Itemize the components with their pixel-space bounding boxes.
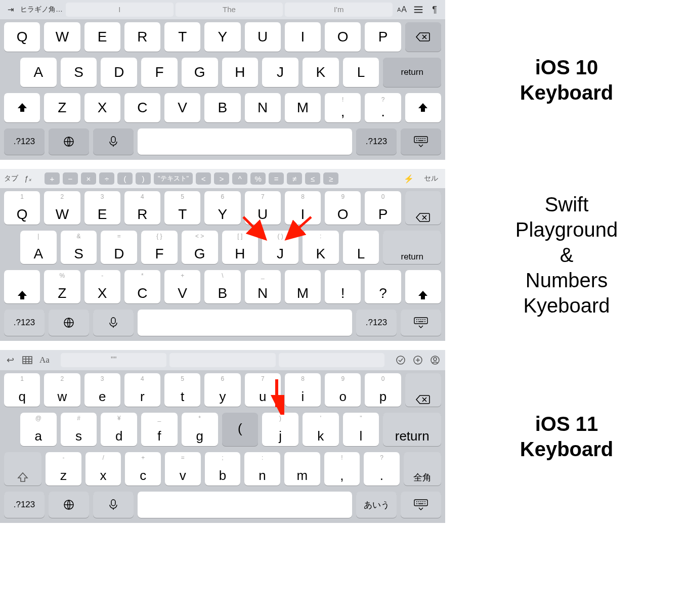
key-p[interactable]: 0p bbox=[365, 373, 401, 407]
key-comma[interactable]: !, bbox=[325, 93, 361, 122]
shift-key[interactable] bbox=[405, 270, 441, 303]
backspace-key[interactable] bbox=[405, 191, 441, 225]
key-period[interactable]: ?. bbox=[365, 93, 401, 122]
key-o[interactable]: 9o bbox=[325, 373, 361, 407]
cell-label[interactable]: セル bbox=[424, 174, 441, 183]
dismiss-keyboard-key[interactable] bbox=[401, 128, 441, 155]
key-v[interactable]: V bbox=[164, 93, 200, 122]
key-q[interactable]: 1q bbox=[4, 373, 40, 407]
key-s[interactable]: S bbox=[61, 58, 97, 87]
chip-lt[interactable]: < bbox=[196, 172, 211, 185]
key-m[interactable]: M bbox=[285, 93, 321, 122]
key-x[interactable]: X bbox=[84, 93, 120, 122]
key-f[interactable]: _f bbox=[141, 413, 178, 446]
key-l[interactable]: L bbox=[343, 58, 379, 87]
key-z[interactable]: Z bbox=[44, 93, 80, 122]
key-g[interactable]: *g bbox=[182, 413, 218, 446]
mic-key[interactable] bbox=[93, 310, 134, 336]
check-circle-icon[interactable] bbox=[395, 354, 407, 366]
mic-key[interactable] bbox=[93, 492, 134, 518]
return-key[interactable]: return bbox=[383, 231, 441, 264]
chip-gt[interactable]: > bbox=[214, 172, 229, 185]
fx-label[interactable]: ƒₓ bbox=[24, 174, 41, 183]
key-e[interactable]: 3e bbox=[84, 373, 120, 407]
key-a[interactable]: A bbox=[20, 58, 57, 87]
key-n[interactable]: _N bbox=[245, 270, 281, 303]
key-d[interactable]: D bbox=[101, 58, 137, 87]
shift-key[interactable] bbox=[405, 93, 441, 122]
chip-le[interactable]: ≤ bbox=[305, 172, 320, 185]
chip-rparen[interactable]: ) bbox=[136, 172, 151, 185]
chip-eq[interactable]: = bbox=[269, 172, 284, 185]
key-k[interactable]: K bbox=[303, 58, 339, 87]
space-key[interactable] bbox=[138, 310, 352, 336]
key-s[interactable]: &S bbox=[61, 231, 97, 264]
key-b[interactable]: ;b bbox=[205, 452, 241, 486]
align-icon[interactable] bbox=[412, 3, 425, 16]
key-g[interactable]: < >G bbox=[182, 231, 218, 264]
key-r[interactable]: R bbox=[124, 22, 160, 52]
key-l[interactable]: "l bbox=[343, 413, 379, 446]
key-n[interactable]: N bbox=[245, 93, 281, 122]
key-s[interactable]: #s bbox=[61, 413, 97, 446]
key-z[interactable]: -z bbox=[46, 452, 81, 486]
backspace-key[interactable] bbox=[405, 373, 441, 407]
suggestion[interactable] bbox=[279, 353, 384, 367]
suggestion[interactable]: "" bbox=[61, 353, 166, 367]
key-c[interactable]: C bbox=[124, 93, 160, 122]
key-comma[interactable]: !, bbox=[324, 452, 360, 486]
kana-key[interactable]: あいう bbox=[356, 492, 397, 518]
numbers-key[interactable]: .?123 bbox=[4, 492, 45, 518]
key-l[interactable]: L bbox=[343, 231, 379, 264]
font-name[interactable]: ヒラギノ角… bbox=[20, 5, 63, 14]
space-key[interactable] bbox=[138, 492, 352, 518]
key-c[interactable]: +c bbox=[125, 452, 161, 486]
key-y[interactable]: Y bbox=[204, 22, 240, 52]
return-key[interactable]: return bbox=[383, 58, 441, 87]
backspace-key[interactable] bbox=[405, 22, 441, 52]
key-t[interactable]: 5t bbox=[164, 373, 200, 407]
key-w[interactable]: W bbox=[44, 22, 80, 52]
key-m[interactable]: M bbox=[285, 270, 321, 303]
dismiss-keyboard-key[interactable] bbox=[401, 310, 441, 336]
chip-div[interactable]: ÷ bbox=[99, 172, 114, 185]
key-r[interactable]: 4R bbox=[124, 191, 160, 225]
suggestion[interactable]: The bbox=[176, 3, 283, 17]
numbers-key[interactable]: .?123 bbox=[4, 310, 45, 336]
dismiss-keyboard-key[interactable] bbox=[401, 492, 441, 518]
key-b[interactable]: \B bbox=[204, 270, 240, 303]
suggestion[interactable]: I bbox=[66, 3, 174, 17]
numbers-key[interactable]: .?123 bbox=[4, 128, 45, 155]
key-c[interactable]: *C bbox=[124, 270, 160, 303]
key-p[interactable]: 0P bbox=[365, 191, 401, 225]
tab-label[interactable]: タブ bbox=[4, 174, 21, 183]
mic-key[interactable] bbox=[93, 128, 134, 155]
key-k[interactable]: 'k bbox=[303, 413, 339, 446]
bolt-icon[interactable]: ⚡ bbox=[404, 174, 421, 184]
key-x[interactable]: /x bbox=[85, 452, 121, 486]
key-x[interactable]: -X bbox=[84, 270, 120, 303]
shift-key[interactable] bbox=[4, 452, 41, 486]
key-m[interactable]: m bbox=[284, 452, 320, 486]
key-v[interactable]: +V bbox=[164, 270, 200, 303]
numbers-key[interactable]: .?123 bbox=[356, 128, 397, 155]
key-r[interactable]: 4r bbox=[124, 373, 160, 407]
chip-plus[interactable]: + bbox=[45, 172, 60, 185]
shift-key[interactable] bbox=[4, 93, 40, 122]
key-a[interactable]: |A bbox=[20, 231, 57, 264]
key-t[interactable]: T bbox=[164, 22, 200, 52]
chip-text[interactable]: "テキスト" bbox=[154, 172, 193, 185]
chip-lparen[interactable]: ( bbox=[117, 172, 133, 185]
key-w[interactable]: 2W bbox=[44, 191, 80, 225]
key-d[interactable]: ¥d bbox=[101, 413, 137, 446]
key-n[interactable]: :n bbox=[244, 452, 280, 486]
key-o[interactable]: O bbox=[325, 22, 361, 52]
key-y[interactable]: 6Y bbox=[204, 191, 240, 225]
key-z[interactable]: %Z bbox=[44, 270, 80, 303]
zenkaku-key[interactable]: 全角 bbox=[404, 452, 441, 486]
key-a[interactable]: @a bbox=[20, 413, 57, 446]
key-f[interactable]: { }F bbox=[141, 231, 178, 264]
key-j[interactable]: )j bbox=[262, 413, 298, 446]
key-u[interactable]: U bbox=[245, 22, 281, 52]
textsize-icon[interactable]: AA bbox=[396, 3, 409, 16]
